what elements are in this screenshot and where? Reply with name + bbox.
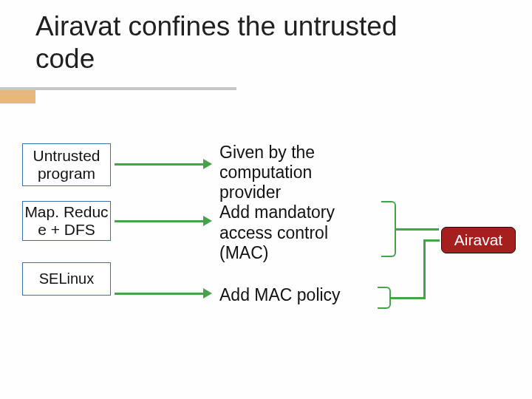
bracket-upper <box>381 201 396 257</box>
box-mapreduce-dfs: Map. Reduc e + DFS <box>22 201 111 241</box>
connector-lower-v <box>423 239 426 299</box>
desc-given-mac: Given by the computation provider Add ma… <box>219 143 375 263</box>
airavat-badge: Airavat <box>441 227 516 253</box>
slide: Airavat confines the untrusted code Untr… <box>0 0 532 399</box>
connector-upper <box>396 228 439 231</box>
desc-mac-policy-text: Add MAC policy <box>219 285 341 304</box>
box-untrusted-program: Untrusted program <box>22 143 111 186</box>
desc-mac-policy: Add MAC policy <box>219 285 382 305</box>
title-underline <box>0 87 236 90</box>
box-mapreduce-label: Map. Reduc e + DFS <box>23 203 110 239</box>
box-selinux-label: SELinux <box>39 270 95 287</box>
bracket-lower <box>378 287 391 309</box>
title-accent <box>0 90 35 103</box>
airavat-label: Airavat <box>454 231 502 249</box>
slide-title: Airavat confines the untrusted code <box>35 10 464 75</box>
box-untrusted-label: Untrusted program <box>23 147 110 183</box>
connector-lower-h <box>391 297 425 299</box>
desc-given-mac-text: Given by the computation provider Add ma… <box>219 143 335 262</box>
connector-lower-h2 <box>423 239 440 242</box>
box-selinux: SELinux <box>22 262 111 296</box>
